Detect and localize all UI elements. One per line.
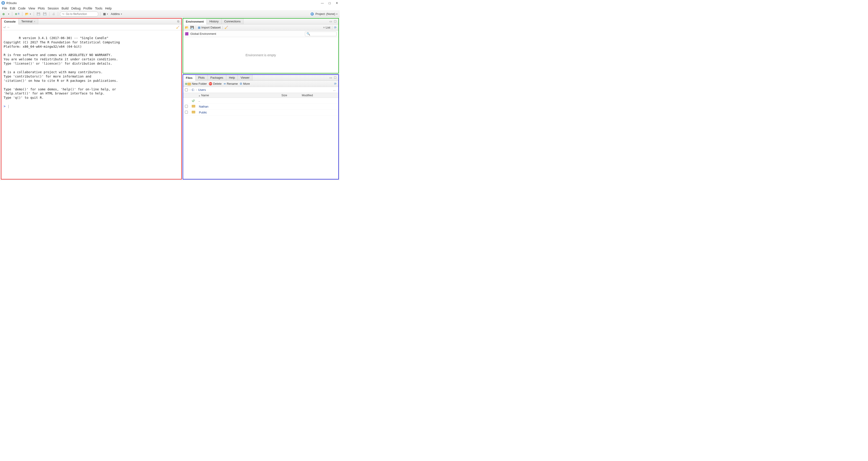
- tab-viewer[interactable]: Viewer: [238, 75, 252, 81]
- rename-button[interactable]: ➜ Rename: [223, 82, 238, 85]
- pane-minimize-icon[interactable]: ▭: [329, 76, 333, 80]
- print-button[interactable]: 🖨: [51, 12, 56, 16]
- import-dataset-button[interactable]: ▦ Import Dataset: [198, 26, 221, 29]
- window-titlebar: R RStudio — ◻ ✕: [0, 0, 340, 6]
- load-workspace-icon[interactable]: 📂: [185, 26, 188, 29]
- grid-view-button[interactable]: ▦: [102, 12, 109, 16]
- new-file-button[interactable]: ⊕: [1, 12, 6, 16]
- goto-arrow-icon: ↪: [62, 12, 64, 16]
- tab-connections[interactable]: Connections: [221, 19, 243, 24]
- menu-view[interactable]: View: [27, 6, 36, 10]
- environment-search-input[interactable]: [310, 32, 335, 35]
- row-checkbox[interactable]: [185, 111, 188, 114]
- delete-label: Delete: [213, 82, 222, 85]
- main-toolbar: ⊕ ⊕R 📂 💾 💾 🖨 ↪ ▦ Addins R Project: (None…: [0, 11, 340, 17]
- menu-plots[interactable]: Plots: [37, 6, 46, 10]
- breadcrumb: › C: › Users: [190, 88, 206, 92]
- window-title: RStudio: [6, 1, 17, 5]
- window-close-button[interactable]: ✕: [335, 1, 338, 4]
- breadcrumb-item[interactable]: Users: [198, 88, 206, 92]
- project-menu[interactable]: Project: (None): [315, 12, 338, 16]
- col-name[interactable]: Name: [197, 94, 280, 97]
- menu-help[interactable]: Help: [104, 6, 113, 10]
- breadcrumb-root[interactable]: C:: [192, 88, 195, 92]
- menu-code[interactable]: Code: [17, 6, 27, 10]
- tab-help[interactable]: Help: [226, 75, 238, 81]
- tab-files[interactable]: Files: [183, 75, 195, 81]
- chevron-right-icon: ›: [196, 89, 197, 91]
- menu-build[interactable]: Build: [60, 6, 70, 10]
- environment-scope[interactable]: Global Environment: [190, 32, 216, 35]
- new-file-dropdown[interactable]: [7, 12, 10, 16]
- window-maximize-button[interactable]: ◻: [328, 1, 331, 4]
- workspace: Console Terminal × ⧉ ~/ ⇨ 🧹 R version 3.…: [0, 17, 340, 180]
- environment-search[interactable]: 🔍: [305, 32, 337, 36]
- goto-file-function[interactable]: ↪: [60, 11, 98, 17]
- menu-tools[interactable]: Tools: [94, 6, 103, 10]
- tab-plots-label: Plots: [198, 76, 205, 79]
- new-folder-button[interactable]: ⊕ New Folder: [185, 82, 207, 85]
- tab-terminal[interactable]: Terminal ×: [19, 19, 38, 24]
- window-minimize-button[interactable]: —: [321, 1, 324, 4]
- menu-profile[interactable]: Profile: [82, 6, 94, 10]
- refresh-files-icon[interactable]: ⟳: [334, 82, 337, 85]
- up-label: ..: [198, 99, 200, 102]
- col-modified[interactable]: Modified: [300, 94, 338, 97]
- files-pane: Files Plots Packages Help Viewer ▭ ☐ ⊕ N…: [183, 74, 339, 179]
- save-button[interactable]: 💾: [36, 12, 41, 16]
- select-all-checkbox[interactable]: [185, 88, 188, 91]
- list-icon: ≡: [323, 26, 325, 29]
- tab-packages-label: Packages: [211, 76, 223, 79]
- tab-plots[interactable]: Plots: [195, 75, 208, 81]
- save-workspace-icon[interactable]: 💾: [190, 26, 194, 29]
- pane-popout-icon[interactable]: ⧉: [176, 20, 180, 23]
- menu-file[interactable]: File: [1, 6, 8, 10]
- row-checkbox[interactable]: [185, 105, 188, 108]
- table-row[interactable]: Nathan: [183, 104, 338, 110]
- view-mode-button[interactable]: ≡ List: [323, 26, 330, 29]
- path-more-button[interactable]: …: [333, 88, 337, 92]
- rename-label: Rename: [227, 82, 238, 85]
- close-icon[interactable]: ×: [34, 20, 35, 23]
- table-row[interactable]: Public: [183, 110, 338, 116]
- addins-button[interactable]: Addins: [110, 12, 123, 16]
- delete-button[interactable]: ⛔ Delete: [209, 82, 221, 85]
- console-output[interactable]: R version 3.4.1 (2017-06-30) -- "Single …: [1, 30, 181, 179]
- pane-maximize-icon[interactable]: ☐: [333, 76, 337, 80]
- files-breadcrumb-bar: › C: › Users …: [183, 87, 338, 93]
- pane-maximize-icon[interactable]: ☐: [333, 20, 337, 23]
- more-button[interactable]: ⚙ More: [240, 82, 250, 85]
- save-all-button[interactable]: 💾: [42, 12, 48, 16]
- console-subbar: ~/ ⇨ 🧹: [1, 24, 181, 30]
- tab-help-label: Help: [229, 76, 235, 79]
- clear-objects-icon[interactable]: 🧹: [224, 26, 228, 29]
- files-toolbar: ⊕ New Folder ⛔ Delete ➜ Rename ⚙ More ⟳: [183, 81, 338, 87]
- environment-pane: Environment History Connections ▭ ☐ 📂 💾 …: [183, 18, 339, 73]
- tab-environment[interactable]: Environment: [183, 19, 207, 24]
- import-grid-icon: ▦: [198, 26, 200, 29]
- goto-input[interactable]: [66, 12, 96, 16]
- files-up-row[interactable]: ⮍ ..: [183, 98, 338, 104]
- tab-console[interactable]: Console: [1, 19, 19, 24]
- environment-toolbar: 📂 💾 ▦ Import Dataset 🧹 ≡ List ⟳: [183, 24, 338, 31]
- folder-icon: [192, 105, 195, 107]
- import-dataset-label: Import Dataset: [202, 26, 221, 29]
- new-project-button[interactable]: ⊕R: [14, 12, 20, 16]
- col-name-label: Name: [201, 94, 209, 97]
- refresh-icon[interactable]: ⟳: [334, 26, 337, 29]
- menu-session[interactable]: Session: [46, 6, 60, 10]
- open-file-button[interactable]: 📂: [24, 12, 32, 16]
- clear-console-icon[interactable]: 🧹: [176, 26, 180, 29]
- menu-edit[interactable]: Edit: [9, 6, 17, 10]
- menu-debug[interactable]: Debug: [70, 6, 82, 10]
- col-size[interactable]: Size: [280, 94, 300, 97]
- console-path: ~/: [3, 26, 5, 29]
- console-path-arrow-icon[interactable]: ⇨: [7, 26, 9, 29]
- tab-packages[interactable]: Packages: [208, 75, 226, 81]
- tab-history[interactable]: History: [207, 19, 221, 24]
- tab-files-label: Files: [186, 76, 193, 80]
- console-prompt: >: [4, 104, 5, 108]
- pane-minimize-icon[interactable]: ▭: [329, 20, 333, 23]
- up-arrow-icon: ⮍: [192, 99, 195, 102]
- tab-console-label: Console: [4, 20, 16, 23]
